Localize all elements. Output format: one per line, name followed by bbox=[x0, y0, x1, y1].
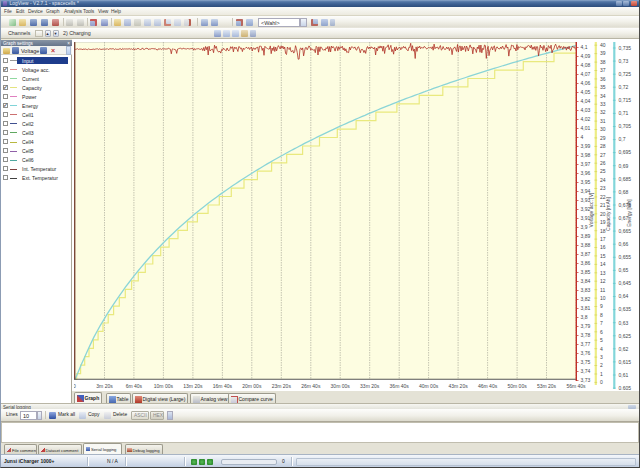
svg-text:0,7: 0,7 bbox=[619, 136, 626, 142]
svg-text:25: 25 bbox=[600, 168, 606, 174]
svg-text:4: 4 bbox=[600, 346, 603, 352]
svg-text:0,695: 0,695 bbox=[619, 149, 632, 155]
svg-text:3m 20s: 3m 20s bbox=[96, 383, 113, 389]
svg-text:0,645: 0,645 bbox=[619, 280, 632, 286]
svg-text:16: 16 bbox=[600, 244, 606, 250]
svg-text:3,79: 3,79 bbox=[581, 323, 591, 329]
svg-text:16m 40s: 16m 40s bbox=[213, 383, 233, 389]
svg-text:Voltage acc. [V]: Voltage acc. [V] bbox=[588, 192, 594, 227]
svg-text:28: 28 bbox=[600, 143, 606, 149]
svg-text:5: 5 bbox=[600, 337, 603, 343]
svg-text:13: 13 bbox=[600, 270, 606, 276]
svg-text:3,78: 3,78 bbox=[581, 332, 591, 338]
svg-text:4,04: 4,04 bbox=[581, 98, 591, 104]
svg-text:11: 11 bbox=[600, 287, 605, 293]
svg-text:34: 34 bbox=[600, 93, 606, 99]
svg-text:2: 2 bbox=[600, 362, 603, 368]
svg-text:0,64: 0,64 bbox=[619, 293, 629, 299]
svg-text:4,1: 4,1 bbox=[581, 44, 588, 50]
svg-text:39: 39 bbox=[600, 50, 606, 56]
svg-text:3,77: 3,77 bbox=[581, 341, 591, 347]
svg-text:0,66: 0,66 bbox=[619, 241, 629, 247]
svg-text:23: 23 bbox=[600, 185, 606, 191]
svg-text:3,83: 3,83 bbox=[581, 287, 591, 293]
svg-text:4,01: 4,01 bbox=[581, 125, 591, 131]
svg-text:9: 9 bbox=[600, 303, 603, 309]
svg-text:23m 20s: 23m 20s bbox=[272, 383, 292, 389]
svg-text:0,635: 0,635 bbox=[619, 306, 632, 312]
svg-text:31: 31 bbox=[600, 118, 606, 124]
svg-text:0,68: 0,68 bbox=[619, 189, 629, 195]
svg-text:8: 8 bbox=[600, 312, 603, 318]
svg-text:20m 00s: 20m 00s bbox=[242, 383, 262, 389]
svg-text:4: 4 bbox=[581, 134, 584, 140]
svg-text:0,61: 0,61 bbox=[619, 372, 629, 378]
svg-text:56m 40s: 56m 40s bbox=[566, 383, 586, 389]
svg-text:3,97: 3,97 bbox=[581, 161, 591, 167]
svg-text:37: 37 bbox=[600, 67, 606, 73]
svg-text:4,09: 4,09 bbox=[581, 53, 591, 59]
svg-text:32: 32 bbox=[600, 109, 606, 115]
svg-text:33: 33 bbox=[600, 101, 606, 107]
svg-text:43m 20s: 43m 20s bbox=[449, 383, 469, 389]
svg-text:3,76: 3,76 bbox=[581, 350, 591, 356]
svg-text:0,615: 0,615 bbox=[619, 359, 632, 365]
svg-text:6m 40s: 6m 40s bbox=[126, 383, 143, 389]
svg-text:15: 15 bbox=[600, 253, 606, 259]
svg-text:46m 40s: 46m 40s bbox=[478, 383, 498, 389]
svg-text:10: 10 bbox=[600, 295, 606, 301]
svg-text:0,685: 0,685 bbox=[619, 176, 632, 182]
svg-text:0,665: 0,665 bbox=[619, 228, 632, 234]
svg-text:3,84: 3,84 bbox=[581, 278, 591, 284]
svg-text:0,65: 0,65 bbox=[619, 267, 629, 273]
svg-text:30: 30 bbox=[600, 126, 606, 132]
svg-text:29: 29 bbox=[600, 135, 606, 141]
svg-text:0: 0 bbox=[74, 383, 76, 389]
svg-text:4,05: 4,05 bbox=[581, 89, 591, 95]
svg-text:3,74: 3,74 bbox=[581, 368, 591, 374]
svg-text:10m 00s: 10m 00s bbox=[154, 383, 174, 389]
svg-text:27: 27 bbox=[600, 152, 606, 158]
svg-text:0,655: 0,655 bbox=[619, 254, 632, 260]
svg-text:3,99: 3,99 bbox=[581, 143, 591, 149]
svg-text:0: 0 bbox=[600, 379, 603, 385]
svg-text:1: 1 bbox=[600, 371, 603, 377]
svg-text:3,88: 3,88 bbox=[581, 242, 591, 248]
svg-text:6: 6 bbox=[600, 329, 603, 335]
svg-text:0,73: 0,73 bbox=[619, 58, 629, 64]
svg-text:0,62: 0,62 bbox=[619, 346, 629, 352]
svg-text:13m 20s: 13m 20s bbox=[183, 383, 203, 389]
svg-text:Capacity [mAh]: Capacity [mAh] bbox=[605, 196, 611, 231]
svg-text:26: 26 bbox=[600, 160, 606, 166]
svg-text:4,08: 4,08 bbox=[581, 62, 591, 68]
svg-text:36m 40s: 36m 40s bbox=[390, 383, 410, 389]
svg-text:3,85: 3,85 bbox=[581, 269, 591, 275]
svg-text:24: 24 bbox=[600, 177, 606, 183]
svg-text:0,625: 0,625 bbox=[619, 333, 632, 339]
svg-text:4,07: 4,07 bbox=[581, 71, 591, 77]
svg-text:3,75: 3,75 bbox=[581, 359, 591, 365]
svg-text:36: 36 bbox=[600, 76, 606, 82]
svg-text:3,89: 3,89 bbox=[581, 233, 591, 239]
svg-text:26m 40s: 26m 40s bbox=[301, 383, 321, 389]
svg-text:38: 38 bbox=[600, 59, 606, 65]
svg-text:3,81: 3,81 bbox=[581, 305, 591, 311]
svg-text:35: 35 bbox=[600, 84, 606, 90]
svg-text:40: 40 bbox=[600, 42, 606, 48]
svg-text:14: 14 bbox=[600, 261, 606, 267]
svg-text:0,63: 0,63 bbox=[619, 320, 629, 326]
svg-text:40m 00s: 40m 00s bbox=[419, 383, 439, 389]
svg-text:3,98: 3,98 bbox=[581, 152, 591, 158]
svg-text:0,71: 0,71 bbox=[619, 110, 629, 116]
svg-text:3,82: 3,82 bbox=[581, 296, 591, 302]
svg-text:30m 00s: 30m 00s bbox=[331, 383, 351, 389]
svg-text:12: 12 bbox=[600, 278, 606, 284]
svg-text:17: 17 bbox=[600, 236, 606, 242]
svg-text:53m 20s: 53m 20s bbox=[537, 383, 557, 389]
svg-text:0,725: 0,725 bbox=[619, 71, 632, 77]
svg-text:3,87: 3,87 bbox=[581, 251, 591, 257]
svg-text:7: 7 bbox=[600, 320, 603, 326]
svg-text:3,8: 3,8 bbox=[581, 314, 588, 320]
svg-text:33m 20s: 33m 20s bbox=[360, 383, 380, 389]
svg-text:0,715: 0,715 bbox=[619, 97, 632, 103]
